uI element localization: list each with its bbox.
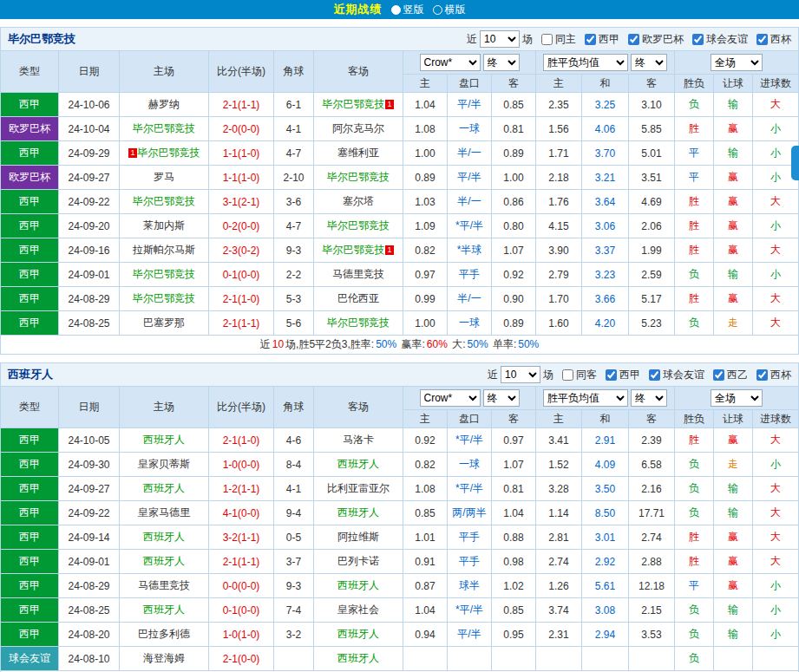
home-team-name[interactable]: 毕尔巴鄂竞技 — [133, 122, 195, 134]
avg-type-select[interactable]: 胜平负均值 — [543, 389, 628, 407]
away-team-name[interactable]: 巴伦西亚 — [337, 292, 379, 304]
team-name[interactable]: 毕尔巴鄂竞技 — [8, 31, 75, 47]
avg-type-select[interactable]: 胜平负均值 — [543, 54, 628, 71]
away-team-cell: 西班牙人 — [314, 647, 403, 671]
home-team-name[interactable]: 毕尔巴鄂竞技 — [133, 268, 195, 280]
filter-checkbox-input[interactable] — [692, 34, 704, 45]
filter-checkbox-4[interactable]: 西杯 — [756, 368, 791, 382]
filter-checkbox-input[interactable] — [756, 369, 768, 381]
horizontal-radio[interactable] — [433, 5, 442, 15]
handicap-result-cell: 走 — [714, 453, 753, 477]
avg-draw-cell: 3.64 — [582, 190, 629, 214]
filter-checkbox-1[interactable]: 西甲 — [606, 368, 640, 382]
goals-overunder-cell: 小 — [753, 453, 799, 477]
team-name[interactable]: 西班牙人 — [8, 367, 53, 382]
result-cell: 胜 — [675, 238, 714, 263]
vertical-radio[interactable] — [391, 5, 401, 15]
filter-checkbox-input[interactable] — [756, 34, 768, 45]
home-team-name[interactable]: 皇家马德里 — [138, 506, 190, 519]
home-team-name[interactable]: 莱加内斯 — [143, 219, 185, 232]
home-team-name[interactable]: 海登海姆 — [143, 652, 185, 664]
layout-horizontal-option[interactable]: 横版 — [433, 3, 466, 17]
filter-checkbox-input[interactable] — [541, 34, 553, 45]
filter-checkbox-input[interactable] — [562, 369, 573, 381]
home-team-name[interactable]: 巴拉多利德 — [138, 628, 190, 640]
home-team-name[interactable]: 西班牙人 — [143, 603, 185, 616]
result-cell: 负 — [675, 477, 714, 501]
away-team-name[interactable]: 皇家社会 — [337, 603, 379, 616]
side-panel-handle[interactable] — [791, 146, 799, 180]
filter-checkbox-input[interactable] — [628, 34, 639, 45]
date-cell: 24-09-27 — [59, 166, 120, 190]
home-team-name[interactable]: 罗马 — [154, 171, 174, 183]
home-team-name[interactable]: 西班牙人 — [143, 482, 185, 494]
handicap-line-cell: 半/一 — [448, 287, 492, 311]
away-team-name[interactable]: 西班牙人 — [337, 628, 379, 640]
away-team-name[interactable]: 西班牙人 — [337, 506, 379, 519]
sub-column-header: 进球数 — [753, 410, 799, 428]
filter-checkbox-input[interactable] — [585, 34, 596, 45]
scope-select[interactable]: 全场 — [711, 389, 763, 407]
home-team-name[interactable]: 毕尔巴鄂竞技 — [133, 292, 195, 304]
filter-checkbox-2[interactable]: 球会友谊 — [649, 368, 704, 382]
filter-checkbox-3[interactable]: 球会友谊 — [692, 32, 748, 47]
match-row: 球会友谊24-08-10海登海姆2-1(0-0)西班牙人负 — [1, 647, 799, 671]
away-team-name[interactable]: 塞尔塔 — [343, 195, 374, 207]
avg-time-select[interactable]: 终 — [631, 389, 667, 407]
away-team-name[interactable]: 西班牙人 — [337, 579, 379, 591]
odds-company-select[interactable]: Crow* — [420, 54, 481, 71]
home-team-name[interactable]: 毕尔巴鄂竞技 — [133, 195, 195, 207]
odds-time-select[interactable]: 终 — [483, 54, 520, 71]
avg-time-select[interactable]: 终 — [631, 54, 667, 71]
away-team-name[interactable]: 阿拉维斯 — [337, 531, 379, 543]
home-team-name[interactable]: 拉斯帕尔马斯 — [133, 244, 195, 256]
away-team-name[interactable]: 西班牙人 — [337, 458, 379, 470]
filter-checkbox-0[interactable]: 同客 — [562, 368, 597, 382]
corner-cell: 4-6 — [274, 428, 314, 453]
filter-checkbox-1[interactable]: 西甲 — [585, 32, 619, 47]
odds-home-cell: 0.85 — [403, 501, 448, 525]
filter-checkbox-3[interactable]: 西乙 — [713, 368, 748, 382]
filter-checkbox-0[interactable]: 同主 — [541, 32, 576, 47]
home-team-name[interactable]: 西班牙人 — [143, 531, 185, 543]
filter-checkbox-4[interactable]: 西杯 — [756, 32, 791, 47]
home-team-name[interactable]: 赫罗纳 — [148, 98, 180, 110]
avg-away-cell: 3.10 — [629, 93, 675, 117]
avg-draw-cell: 4.20 — [582, 311, 629, 336]
away-team-name[interactable]: 毕尔巴鄂竞技 — [322, 98, 384, 110]
away-team-name[interactable]: 毕尔巴鄂竞技 — [327, 316, 390, 329]
odds-time-select[interactable]: 终 — [483, 389, 520, 407]
column-header: 主场 — [120, 387, 209, 428]
away-team-name[interactable]: 马洛卡 — [343, 434, 374, 446]
avg-draw-cell: 2.94 — [582, 623, 629, 647]
away-team-name[interactable]: 巴列卡诺 — [337, 555, 379, 567]
home-team-name[interactable]: 西班牙人 — [143, 434, 185, 446]
away-team-name[interactable]: 毕尔巴鄂竞技 — [327, 171, 390, 183]
home-team-name[interactable]: 西班牙人 — [143, 555, 185, 567]
layout-vertical-option[interactable]: 竖版 — [391, 3, 424, 17]
home-team-name[interactable]: 马德里竞技 — [138, 579, 190, 591]
avg-draw-cell: 8.50 — [582, 501, 629, 525]
home-team-name[interactable]: 皇家贝蒂斯 — [138, 458, 190, 470]
filter-checkbox-2[interactable]: 欧罗巴杯 — [628, 32, 684, 47]
avg-draw-cell: 3.01 — [582, 525, 629, 550]
scope-select[interactable]: 全场 — [711, 54, 763, 71]
away-team-name[interactable]: 塞维利亚 — [337, 147, 379, 159]
filter-checkbox-input[interactable] — [649, 369, 660, 381]
home-team-name[interactable]: 毕尔巴鄂竞技 — [138, 147, 200, 159]
filter-checkbox-input[interactable] — [713, 369, 724, 381]
home-team-name[interactable]: 巴塞罗那 — [143, 316, 185, 329]
away-team-name[interactable]: 毕尔巴鄂竞技 — [327, 219, 390, 232]
handicap-line-cell: 一球 — [448, 453, 492, 477]
away-team-name[interactable]: 西班牙人 — [337, 652, 379, 664]
away-team-name[interactable]: 毕尔巴鄂竞技 — [322, 244, 384, 256]
away-team-name[interactable]: 比利亚雷亚尔 — [327, 482, 390, 494]
away-team-name[interactable]: 马德里竞技 — [332, 268, 384, 280]
filter-checkbox-input[interactable] — [606, 369, 617, 381]
sub-column-header: 和 — [582, 75, 629, 93]
odds-company-select[interactable]: Crow* — [420, 389, 481, 407]
column-header: 角球 — [274, 51, 314, 93]
recent-count-select[interactable]: 10 — [501, 366, 540, 383]
away-team-name[interactable]: 阿尔克马尔 — [332, 122, 384, 134]
recent-count-select[interactable]: 10 — [480, 30, 520, 48]
